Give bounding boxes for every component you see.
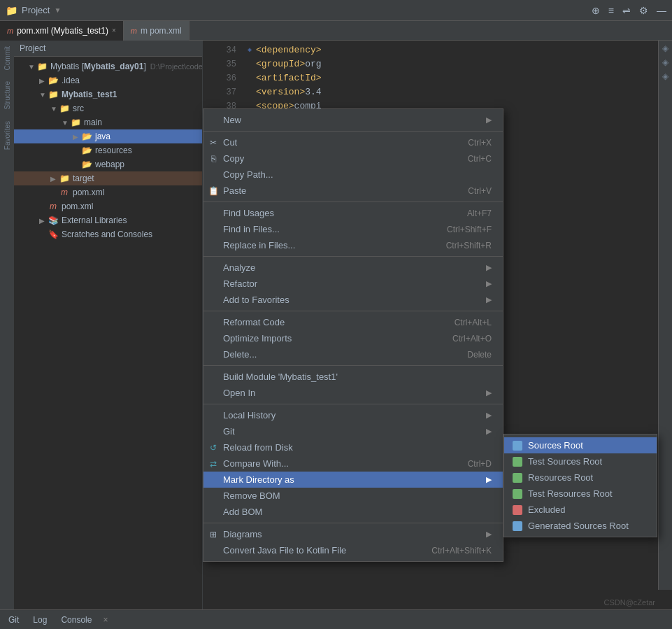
menu-item-optimize-imports[interactable]: Optimize Imports Ctrl+Alt+O [203,330,503,346]
sync-icon[interactable]: ⇌ [622,5,631,16]
menu-item-build-module[interactable]: Build Module 'Mybatis_test1' [203,369,503,385]
menu-item-find-in-files[interactable]: Find in Files... Ctrl+Shift+F [203,221,503,237]
menu-item-open-in[interactable]: Open In ▶ [203,385,503,401]
menu-arrow-local-history: ▶ [486,411,492,420]
menu-shortcut-copy: Ctrl+C [468,154,492,164]
menu-item-convert-kotlin[interactable]: Convert Java File to Kotlin File Ctrl+Al… [203,542,503,558]
code-line-37: 37 <version>3.4 [203,85,672,99]
tab-pom-test1[interactable]: m pom.xml (Mybatis_test1) × [0,21,124,41]
tree-label-external-libs: External Libraries [62,215,127,225]
menu-label-new: New [223,115,241,125]
folder-icon-webapp: 📂 [81,159,92,170]
menu-shortcut-replace-in-files: Ctrl+Shift+R [446,241,492,250]
tree-item-pom-root[interactable]: m pom.xml [14,199,202,213]
tree-item-mybatis-test1[interactable]: ▼ 📁 Mybatis_test1 [14,87,202,101]
menu-item-replace-in-files[interactable]: Replace in Files... Ctrl+Shift+R [203,237,503,253]
list-icon[interactable]: ≡ [608,5,614,16]
project-dropdown-arrow[interactable]: ▼ [54,6,61,14]
code-line-36: 36 <artifactId> [203,71,672,85]
tab-pom-root[interactable]: m m pom.xml [124,21,190,41]
menu-item-reload[interactable]: ↺ Reload from Disk [203,439,503,455]
menu-item-local-history[interactable]: Local History ▶ [203,407,503,423]
arrow-mybatis-test1: ▼ [39,91,48,99]
submenu-label-generated-sources: Generated Sources Root [528,521,629,531]
bottom-tab-git[interactable]: Git [6,614,22,626]
menu-label-find-in-files: Find in Files... [223,224,280,234]
bottom-tab-log[interactable]: Log [30,614,50,626]
submenu-item-test-resources-root[interactable]: Test Resources Root [504,486,657,502]
submenu-item-sources-root[interactable]: Sources Root [504,437,657,453]
menu-item-find-usages[interactable]: Find Usages Alt+F7 [203,205,503,221]
menu-item-new[interactable]: New ▶ [203,112,503,128]
favorites-tab[interactable]: Favorites [2,118,13,153]
right-icon-1[interactable]: ◈ [662,43,669,53]
tree-label-mybatis-test1: Mybatis_test1 [62,90,117,99]
submenu-item-resources-root[interactable]: Resources Root [504,469,657,486]
right-icon-2[interactable]: ◈ [662,57,669,67]
menu-item-mark-dir[interactable]: Mark Directory as ▶ [203,472,503,488]
menu-label-cut: Cut [223,137,237,148]
xml-icon-pom-test1: m [59,187,70,198]
tree-label-pom-test1: pom.xml [73,188,104,197]
menu-item-refactor[interactable]: Refactor ▶ [203,276,503,292]
scratch-icon: 🔖 [48,229,59,240]
minimize-icon[interactable]: — [657,5,666,16]
tree-item-resources[interactable]: 📂 resources [14,143,202,157]
menu-item-reformat-code[interactable]: Reformat Code Ctrl+Alt+L [203,314,503,330]
submenu-item-excluded[interactable]: Excluded [504,502,657,518]
tab-close-pom1[interactable]: × [112,27,116,34]
test-resources-root-icon [513,489,522,499]
tree-item-java[interactable]: ▶ 📂 java [14,129,202,143]
tree-item-main[interactable]: ▼ 📁 main [14,115,202,129]
menu-shortcut-cut: Ctrl+X [468,138,492,148]
tree-item-target[interactable]: ▶ 📁 target [14,171,202,185]
tree-item-external-libs[interactable]: ▶ 📚 External Libraries [14,213,202,227]
menu-label-reload: Reload from Disk [223,442,293,453]
tree-item-src[interactable]: ▼ 📁 src [14,101,202,115]
menu-label-mark-dir: Mark Directory as [223,474,294,485]
tree-item-pom-test1[interactable]: m pom.xml [14,185,202,199]
menu-label-refactor: Refactor [223,278,257,289]
tree-item-webapp[interactable]: 📂 webapp [14,157,202,171]
project-name[interactable]: Project [22,5,50,15]
tree-item-idea[interactable]: ▶ 📂 .idea [14,73,202,87]
menu-label-add-to-favorites: Add to Favorites [223,295,289,305]
settings-icon[interactable]: ⚙ [639,5,648,16]
menu-item-cut[interactable]: ✂ Cut Ctrl+X [203,134,503,150]
tree-item-scratches[interactable]: 🔖 Scratches and Consoles [14,227,202,241]
tree-label-pom-root: pom.xml [62,202,93,211]
sources-root-icon [513,441,522,451]
menu-item-compare-with[interactable]: ⇄ Compare With... Ctrl+D [203,455,503,472]
tab-label-pom2: m pom.xml [141,26,182,36]
submenu-item-test-sources-root[interactable]: Test Sources Root [504,453,657,469]
menu-item-git[interactable]: Git ▶ [203,423,503,439]
menu-item-analyze[interactable]: Analyze ▶ [203,260,503,276]
menu-separator-3 [203,256,503,257]
folder-icon-mybatis-test1: 📁 [48,89,59,100]
menu-label-git: Git [223,426,235,437]
menu-item-remove-bom[interactable]: Remove BOM [203,488,503,504]
submenu-item-generated-sources[interactable]: Generated Sources Root [504,518,657,534]
menu-label-replace-in-files: Replace in Files... [223,240,295,250]
arrow-mybatis: ▼ [28,63,36,71]
right-icon-3[interactable]: ◈ [662,71,669,81]
structure-tab[interactable]: Structure [2,78,13,113]
folder-icon-java: 📂 [81,131,92,142]
menu-item-delete[interactable]: Delete... Delete [203,346,503,362]
menu-item-paste[interactable]: 📋 Paste Ctrl+V [203,183,503,199]
menu-label-local-history: Local History [223,410,276,420]
console-close-icon[interactable]: × [103,615,108,625]
commit-tab[interactable]: Commit [2,43,13,73]
globe-icon[interactable]: ⊕ [592,5,600,16]
copy-icon: ⎘ [208,153,219,164]
menu-item-copy-path[interactable]: Copy Path... [203,167,503,183]
submenu-label-excluded: Excluded [528,504,565,515]
menu-item-add-bom[interactable]: Add BOM [203,504,503,520]
menu-item-add-to-favorites[interactable]: Add to Favorites ▶ [203,292,503,308]
menu-item-copy[interactable]: ⎘ Copy Ctrl+C [203,150,503,167]
menu-item-diagrams[interactable]: ⊞ Diagrams ▶ [203,526,503,542]
bottom-bar: Git Log Console × [0,609,672,629]
bottom-tab-console[interactable]: Console [58,614,94,626]
tree-item-mybatis[interactable]: ▼ 📁 Mybatis [Mybatis_day01] D:\Project\c… [14,59,202,73]
tree-label-scratches: Scratches and Consoles [62,229,152,239]
